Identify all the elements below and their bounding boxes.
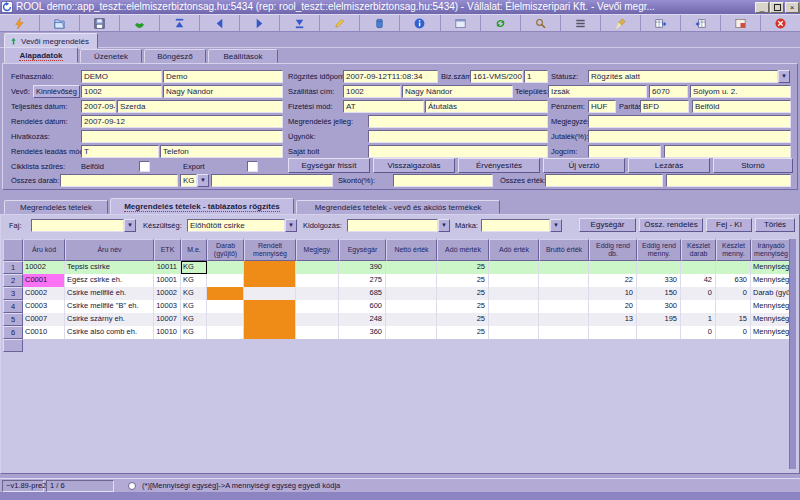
cell-num[interactable]: 2 [3,274,23,287]
col-header-eddig_db[interactable]: Eddig rend db. [589,239,637,261]
cell-egysegar[interactable]: 390 [339,261,386,274]
col-header-darab[interactable]: Darab (gyűjtő) [207,239,244,261]
field-paritas-name[interactable]: Belföld [692,100,791,113]
cell-ado_ertek[interactable] [489,300,539,313]
cell-keszlet_menny[interactable]: 0 [716,287,751,300]
cell-etk[interactable]: 10011 [154,261,181,274]
toolbar-report-button[interactable] [721,15,761,31]
cell-iranyado[interactable]: Mennyiségi [751,326,791,339]
field-jogcim-name[interactable] [664,145,791,158]
field-rogzites-idopont[interactable]: 2007-09-12T11:08:34 [343,70,438,83]
field-osszes-ertek2[interactable] [666,174,791,187]
cell-etk[interactable]: 10010 [154,326,181,339]
cell-megjegy[interactable] [296,313,339,326]
cell-keszlet_menny[interactable] [716,300,751,313]
cell-rendelt[interactable] [244,274,296,287]
cell-brutto[interactable] [539,261,589,274]
marka-dropdown[interactable] [481,219,550,232]
close-button[interactable]: × [785,2,799,13]
unit-dropdown-button[interactable]: ▼ [197,174,209,187]
toolbar-export-table-button[interactable] [641,15,681,31]
cell-rendelt[interactable] [244,287,296,300]
cell-aru_kod[interactable]: 10002 [23,261,65,274]
cell-rendelt[interactable] [244,313,296,326]
toolbar-first-record-button[interactable] [160,15,200,31]
col-header-ado_mertek[interactable]: Adó mérték [437,239,489,261]
cell-ado_mertek[interactable]: 25 [437,300,489,313]
cell-num[interactable]: 1 [3,261,23,274]
cell-eddig_menny[interactable]: 150 [637,287,681,300]
cell-ado_mertek[interactable]: 25 [437,287,489,300]
cell-num[interactable]: 4 [3,300,23,313]
cell-megjegy[interactable] [296,287,339,300]
cell-keszlet_menny[interactable]: 15 [716,313,751,326]
toolbar-save-button[interactable] [80,15,120,31]
toolbar-close-form-button[interactable] [761,15,800,31]
field-fizetesi-mod-code[interactable]: AT [343,100,424,113]
cell-egysegar[interactable]: 600 [339,300,386,313]
belfold-checkbox[interactable] [139,161,150,172]
toolbar-open-button[interactable] [40,15,80,31]
tab-tablazatos-rogzites[interactable]: Megrendelés tételek - táblázatos rögzíté… [110,198,294,214]
cell-netto[interactable] [386,313,437,326]
cell-darab[interactable] [207,274,244,287]
toolbar-window-button[interactable] [441,15,481,31]
field-user-name[interactable]: Demo [163,70,283,83]
cell-brutto[interactable] [539,287,589,300]
col-header-aru_nev[interactable]: Áru név [65,239,154,261]
egysegar-button[interactable]: Egységár [579,218,636,232]
field-teljesites-nap[interactable]: Szerda [117,100,283,113]
cell-megjegy[interactable] [296,274,339,287]
cell-ado_mertek[interactable]: 25 [437,326,489,339]
cell-eddig_db[interactable]: 22 [589,274,637,287]
cell-eddig_db[interactable]: 20 [589,300,637,313]
field-osszes-ertek[interactable] [545,174,663,187]
cell-brutto[interactable] [539,300,589,313]
cell-ado_ertek[interactable] [489,261,539,274]
field-biz-szam[interactable]: 161-VMS/2007 [470,70,523,83]
toolbar-list-button[interactable] [561,15,601,31]
cell-netto[interactable] [386,287,437,300]
cell-iranyado[interactable]: Mennyiségi [751,313,791,326]
toolbar-import-table-button[interactable] [681,15,721,31]
cell-megjegy[interactable] [296,300,339,313]
cell-eddig_db[interactable]: 10 [589,287,637,300]
col-header-eddig_menny[interactable]: Eddig rend menny. [637,239,681,261]
cell-keszlet_menny[interactable]: 630 [716,274,751,287]
table-row[interactable]: 2C0001Egész csirke eh.10001KG27525223304… [3,274,791,287]
cell-eddig_db[interactable] [589,326,637,339]
cell-aru_nev[interactable]: Csirke mellfilé eh. [65,287,154,300]
toolbar-refresh-button[interactable] [481,15,521,31]
tab-beallitasok[interactable]: Beállítások [208,49,278,63]
toolbar-refresh-lightning-button[interactable] [0,15,40,31]
cell-aru_nev[interactable]: Csirke szárny eh. [65,313,154,326]
ervenyesites-button[interactable]: Érvényesítés [458,158,540,173]
cell-me[interactable]: KG [181,313,207,326]
field-skonto[interactable] [393,174,493,187]
vertical-scrollbar[interactable] [789,239,796,469]
cell-netto[interactable] [386,300,437,313]
kidolgozas-dropdown-button[interactable]: ▼ [438,219,450,232]
field-osszes-darab[interactable] [60,174,178,187]
toolbar-next-record-button[interactable] [240,15,280,31]
field-vevo-code[interactable]: 1002 [81,85,162,98]
cell-brutto[interactable] [539,274,589,287]
toolbar-info-button[interactable] [400,15,440,31]
cell-eddig_db[interactable] [589,261,637,274]
field-szallitasi-cim-code[interactable]: 1002 [343,85,401,98]
cell-num[interactable]: 3 [3,287,23,300]
kinnlevoseg-button[interactable]: Kinnlévőség [33,85,80,98]
cell-aru_nev[interactable]: Egész csirke eh. [65,274,154,287]
cell-aru_nev[interactable]: Csirke mellfilé "B" eh. [65,300,154,313]
cell-me[interactable]: KG [181,261,207,274]
cell-aru_kod[interactable]: C0001 [23,274,65,287]
faj-dropdown-button[interactable]: ▼ [124,219,136,232]
col-header-megjegy[interactable]: Megjegy. [296,239,339,261]
col-header-keszlet_menny[interactable]: Készlet menny. [716,239,751,261]
cell-rendelt[interactable] [244,326,296,339]
cell-keszlet_db[interactable] [681,261,716,274]
egysegar-frissit-button[interactable]: Egységár frissít [288,158,370,173]
cell-ado_mertek[interactable]: 25 [437,313,489,326]
toolbar-previous-record-button[interactable] [200,15,240,31]
cell-rendelt[interactable] [244,261,296,274]
